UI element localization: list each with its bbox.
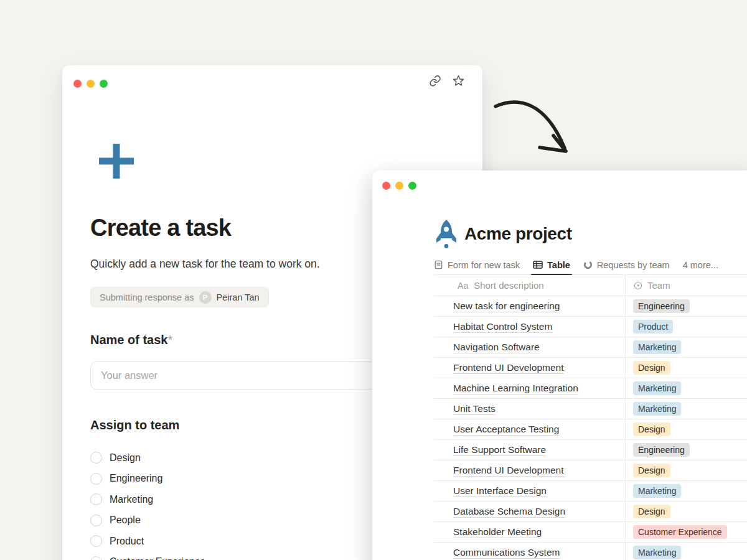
favorite-star-icon[interactable]: [452, 74, 465, 87]
tab-form-for-new-task[interactable]: Form for new task: [434, 255, 520, 274]
team-cell[interactable]: Design: [626, 502, 747, 521]
minimize-window-button[interactable]: [395, 182, 403, 190]
task-description-cell[interactable]: Stakeholder Meeting: [434, 522, 626, 542]
team-option[interactable]: Marketing: [90, 489, 205, 510]
table-row[interactable]: Frontend UI Development Design: [434, 460, 747, 481]
team-option[interactable]: Design: [90, 447, 205, 469]
close-window-button[interactable]: [382, 182, 390, 190]
team-tag: Customer Experience: [633, 525, 727, 539]
form-subtitle: Quickly add a new task for the team to w…: [90, 258, 320, 271]
team-tag: Marketing: [633, 484, 681, 498]
task-description: Life Support Software: [453, 444, 546, 455]
radio-button[interactable]: [90, 535, 102, 547]
team-cell[interactable]: Marketing: [626, 399, 747, 419]
team-cell[interactable]: Design: [626, 419, 747, 439]
table-row[interactable]: User Acceptance Testing Design: [434, 419, 747, 440]
page-title: Acme project: [464, 224, 572, 244]
task-description-cell[interactable]: User Interface Design: [434, 481, 626, 501]
radio-button[interactable]: [90, 473, 102, 485]
team-cell[interactable]: Marketing: [626, 543, 747, 560]
tab-requests-by-team[interactable]: Requests by team: [583, 255, 670, 274]
radio-button[interactable]: [90, 556, 102, 560]
task-name-label-text: Name of task: [90, 333, 168, 347]
team-option-label: Marketing: [110, 494, 153, 505]
task-description-cell[interactable]: Navigation Software: [434, 337, 626, 357]
team-cell[interactable]: Engineering: [626, 440, 747, 460]
team-cell[interactable]: Marketing: [626, 337, 747, 357]
task-description-cell[interactable]: Machine Learning Integration: [434, 378, 626, 398]
team-option[interactable]: Engineering: [90, 469, 205, 490]
team-option-label: People: [110, 515, 141, 526]
radio-button[interactable]: [90, 452, 102, 464]
task-description: Frontend UI Development: [453, 362, 563, 373]
team-option[interactable]: People: [90, 510, 205, 531]
copy-link-icon[interactable]: [428, 74, 441, 87]
task-description-cell[interactable]: Unit Tests: [434, 399, 626, 419]
team-tag: Engineering: [633, 443, 690, 457]
task-description-cell[interactable]: Life Support Software: [434, 440, 626, 460]
submitting-as-pill: Submitting response as P Peiran Tan: [90, 287, 269, 307]
task-description-cell[interactable]: Habitat Control System: [434, 317, 626, 337]
column-header-short-description[interactable]: Aa Short description: [434, 275, 626, 296]
task-description-cell[interactable]: New task for engineering: [434, 296, 626, 316]
team-tag: Marketing: [633, 402, 681, 416]
task-description-cell[interactable]: Database Schema Design: [434, 502, 626, 521]
task-description-cell[interactable]: User Acceptance Testing: [434, 419, 626, 439]
avatar: P: [199, 291, 212, 304]
window-actions: [428, 74, 465, 87]
assign-to-team-label: Assign to team: [90, 418, 179, 432]
task-description-cell[interactable]: Communications System: [434, 543, 626, 560]
team-cell[interactable]: Marketing: [626, 378, 747, 398]
zoom-window-button[interactable]: [408, 182, 416, 190]
traffic-lights[interactable]: [382, 182, 416, 190]
table-row[interactable]: User Interface Design Marketing: [434, 481, 747, 502]
task-description-cell[interactable]: Frontend UI Development: [434, 358, 626, 378]
task-description: Machine Learning Integration: [453, 383, 578, 394]
radio-button[interactable]: [90, 493, 102, 505]
team-cell[interactable]: Engineering: [626, 296, 747, 316]
zoom-window-button[interactable]: [100, 80, 108, 88]
chart-icon: [583, 260, 593, 269]
plus-icon: [98, 142, 135, 180]
task-description: Unit Tests: [453, 403, 496, 414]
team-option[interactable]: Product: [90, 531, 205, 552]
table-row[interactable]: Frontend UI Development Design: [434, 358, 747, 378]
team-option[interactable]: Customer Experience: [90, 552, 205, 560]
rocket-icon[interactable]: [435, 219, 458, 249]
column-header-team[interactable]: Team: [626, 275, 747, 296]
radio-button[interactable]: [90, 515, 102, 526]
task-description: Navigation Software: [453, 342, 540, 353]
team-cell[interactable]: Product: [626, 317, 747, 337]
table-icon: [533, 260, 543, 269]
team-tag: Design: [633, 464, 670, 477]
minimize-window-button[interactable]: [87, 80, 95, 88]
table-row[interactable]: Database Schema Design Design: [434, 502, 747, 522]
table-row[interactable]: Life Support Software Engineering: [434, 440, 747, 460]
table-row[interactable]: New task for engineering Engineering: [434, 296, 747, 317]
team-cell[interactable]: Design: [626, 460, 747, 480]
task-description-cell[interactable]: Frontend UI Development: [434, 460, 626, 480]
task-description: Stakeholder Meeting: [453, 526, 542, 538]
team-tag: Design: [633, 361, 670, 375]
table-row[interactable]: Unit Tests Marketing: [434, 399, 747, 419]
team-options: Design Engineering Marketing People Prod…: [90, 447, 205, 560]
table-row[interactable]: Communications System Marketing: [434, 543, 747, 560]
task-description: User Interface Design: [453, 485, 547, 497]
task-description: Communications System: [453, 547, 560, 558]
assign-to-team-label-text: Assign to team: [90, 418, 179, 432]
form-title: Create a task: [90, 215, 231, 241]
table-row[interactable]: Machine Learning Integration Marketing: [434, 378, 747, 399]
team-tag: Marketing: [633, 340, 681, 354]
select-property-icon: [633, 281, 643, 291]
team-cell[interactable]: Marketing: [626, 481, 747, 501]
task-description: Database Schema Design: [453, 506, 565, 517]
tab-table[interactable]: Table: [533, 255, 570, 274]
table-row[interactable]: Habitat Control System Product: [434, 317, 747, 337]
table-row[interactable]: Stakeholder Meeting Customer Experience: [434, 522, 747, 543]
tab-more-views[interactable]: 4 more...: [683, 255, 718, 274]
team-cell[interactable]: Customer Experience: [626, 522, 747, 542]
traffic-lights[interactable]: [73, 80, 108, 88]
table-row[interactable]: Navigation Software Marketing: [434, 337, 747, 358]
close-window-button[interactable]: [73, 80, 82, 88]
team-cell[interactable]: Design: [626, 358, 747, 378]
